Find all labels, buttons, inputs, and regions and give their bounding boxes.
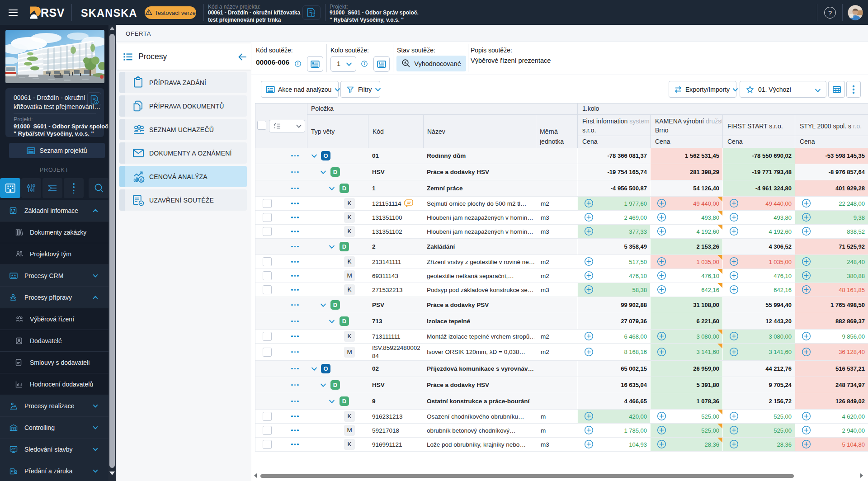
svg-text:$: $ [140, 177, 143, 182]
